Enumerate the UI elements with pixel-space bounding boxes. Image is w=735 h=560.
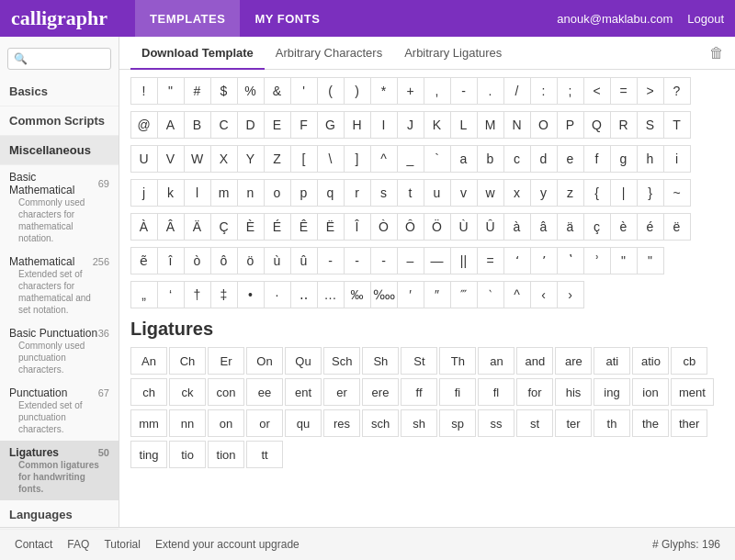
delete-icon[interactable]: 🗑 xyxy=(709,45,724,62)
glyph-cell[interactable]: G xyxy=(317,111,345,139)
ligature-cell[interactable]: ee xyxy=(246,378,283,406)
glyph-cell[interactable]: " xyxy=(610,247,638,274)
glyph-cell[interactable]: L xyxy=(450,111,478,139)
glyph-cell[interactable]: + xyxy=(397,77,424,105)
glyph-cell[interactable]: d xyxy=(530,145,558,173)
glyph-cell[interactable]: ʼ xyxy=(530,247,558,274)
ligature-cell[interactable]: ing xyxy=(594,378,630,406)
glyph-cell[interactable]: I xyxy=(370,111,398,139)
glyph-cell[interactable]: f xyxy=(583,145,611,173)
glyph-cell[interactable]: • xyxy=(237,281,265,308)
glyph-cell[interactable]: c xyxy=(503,145,531,173)
ligature-cell[interactable]: St xyxy=(401,347,437,375)
glyph-cell[interactable]: H xyxy=(344,111,371,139)
glyph-cell[interactable]: : xyxy=(530,77,558,105)
footer-faq[interactable]: FAQ xyxy=(67,538,89,551)
glyph-cell[interactable]: ‡ xyxy=(210,281,238,308)
ligature-cell[interactable]: ther xyxy=(671,409,707,437)
ligature-cell[interactable]: the xyxy=(632,409,669,437)
ligature-cell[interactable]: tion xyxy=(208,441,244,468)
ligature-cell[interactable]: On xyxy=(246,347,283,375)
ligature-cell[interactable]: ting xyxy=(130,441,167,468)
glyph-cell[interactable]: v xyxy=(450,179,478,207)
ligature-cell[interactable]: nn xyxy=(169,409,206,437)
glyph-cell[interactable]: E xyxy=(264,111,291,139)
glyph-cell[interactable]: - xyxy=(317,247,345,274)
glyph-cell[interactable]: m xyxy=(210,179,238,207)
glyph-cell[interactable]: J xyxy=(397,111,424,139)
glyph-cell[interactable]: ^ xyxy=(503,281,531,308)
ligature-cell[interactable]: ere xyxy=(362,378,399,406)
glyph-cell[interactable]: ‘ xyxy=(157,281,185,308)
glyph-cell[interactable]: – xyxy=(397,247,424,274)
glyph-cell[interactable]: q xyxy=(317,179,345,207)
glyph-cell[interactable]: k xyxy=(157,179,185,207)
ligature-cell[interactable]: Ch xyxy=(169,347,206,375)
glyph-cell[interactable]: $ xyxy=(210,77,238,105)
ligature-cell[interactable]: ion xyxy=(632,378,669,406)
glyph-cell[interactable]: a xyxy=(450,145,478,173)
glyph-cell[interactable]: ä xyxy=(557,213,584,241)
ligature-cell[interactable]: are xyxy=(555,347,592,375)
glyph-cell[interactable]: ʽ xyxy=(557,247,584,274)
glyph-cell[interactable]: - xyxy=(450,77,478,105)
glyph-cell[interactable]: à xyxy=(503,213,531,241)
ligature-cell[interactable]: Th xyxy=(439,347,476,375)
glyph-cell[interactable]: , xyxy=(424,77,451,105)
glyph-cell[interactable]: ‹ xyxy=(530,281,558,308)
glyph-cell[interactable]: # xyxy=(184,77,211,105)
glyph-cell[interactable]: Ô xyxy=(397,213,424,241)
ligature-cell[interactable]: ent xyxy=(285,378,322,406)
glyph-cell[interactable]: Ò xyxy=(370,213,398,241)
glyph-cell[interactable]: C xyxy=(210,111,238,139)
glyph-cell[interactable]: h xyxy=(637,145,664,173)
glyph-cell[interactable]: V xyxy=(157,145,185,173)
glyph-cell[interactable]: ç xyxy=(583,213,611,241)
sidebar-item-mathematical[interactable]: Mathematical 256 Extended set of charact… xyxy=(0,250,119,321)
sidebar-item-miscellaneous[interactable]: Miscellaneous xyxy=(0,136,119,165)
glyph-cell[interactable]: o xyxy=(264,179,291,207)
search-input[interactable] xyxy=(7,48,111,70)
glyph-cell[interactable]: & xyxy=(264,77,291,105)
glyph-cell[interactable]: ′ xyxy=(397,281,424,308)
ligature-cell[interactable]: his xyxy=(555,378,592,406)
glyph-cell[interactable]: À xyxy=(130,213,158,241)
ligature-cell[interactable]: st xyxy=(516,409,553,437)
glyph-cell[interactable]: * xyxy=(370,77,398,105)
sidebar-item-punctuation[interactable]: Punctuation 67 Extended set of punctuati… xyxy=(0,381,119,441)
glyph-cell[interactable]: = xyxy=(610,77,638,105)
glyph-cell[interactable]: ~ xyxy=(663,179,691,207)
glyph-cell[interactable]: } xyxy=(637,179,664,207)
glyph-cell[interactable]: S xyxy=(637,111,664,139)
glyph-cell[interactable]: ` xyxy=(424,145,451,173)
glyph-cell[interactable]: ẽ xyxy=(130,247,158,274)
glyph-cell[interactable]: … xyxy=(317,281,345,308)
tab-arbitrary-ligatures[interactable]: Arbitrary Ligatures xyxy=(393,37,513,70)
glyph-cell[interactable]: i xyxy=(663,145,691,173)
glyph-cell[interactable]: Û xyxy=(477,213,504,241)
glyph-cell[interactable]: - xyxy=(370,247,398,274)
glyph-cell[interactable]: % xyxy=(237,77,265,105)
glyph-cell[interactable]: e xyxy=(557,145,584,173)
glyph-cell[interactable]: K xyxy=(424,111,451,139)
glyph-cell[interactable]: " xyxy=(637,247,664,274)
glyph-cell[interactable]: ô xyxy=(210,247,238,274)
glyph-cell[interactable]: | xyxy=(610,179,638,207)
tab-download-template[interactable]: Download Template xyxy=(130,37,265,70)
glyph-cell[interactable]: = xyxy=(477,247,504,274)
glyph-cell[interactable]: Ç xyxy=(210,213,238,241)
glyph-cell[interactable]: _ xyxy=(397,145,424,173)
glyph-cell[interactable]: Q xyxy=(583,111,611,139)
glyph-cell[interactable]: ' xyxy=(290,77,318,105)
glyph-cell[interactable]: ‱ xyxy=(370,281,398,308)
nav-templates[interactable]: TEMPLATES xyxy=(135,0,240,37)
ligature-cell[interactable]: Sh xyxy=(362,347,399,375)
sidebar-item-common-scripts[interactable]: Common Scripts xyxy=(0,106,119,136)
glyph-cell[interactable]: ʾ xyxy=(583,247,611,274)
ligature-cell[interactable]: qu xyxy=(285,409,322,437)
glyph-cell[interactable]: Ë xyxy=(317,213,345,241)
ligature-cell[interactable]: an xyxy=(478,347,514,375)
glyph-cell[interactable]: Â xyxy=(157,213,185,241)
tab-arbitrary-characters[interactable]: Arbitrary Characters xyxy=(265,37,393,70)
glyph-cell[interactable]: b xyxy=(477,145,504,173)
